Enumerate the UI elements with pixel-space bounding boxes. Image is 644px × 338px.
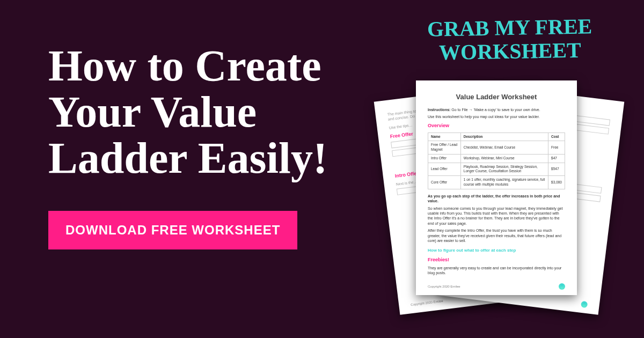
table-row: Intro Offer Workshop, Webinar, Mini Cour… xyxy=(428,154,565,163)
download-button[interactable]: DOWNLOAD FREE WORKSHEET xyxy=(48,211,297,249)
worksheet-stack: The main thing to remember about freebie… xyxy=(386,80,612,333)
overview-heading: Overview xyxy=(428,122,565,129)
section-heading: How to figure out what to offer at each … xyxy=(428,248,565,254)
handwritten-callout: GRAB MY FREE WORKSHEET xyxy=(413,14,606,65)
worksheet-title: Value Ladder Worksheet xyxy=(428,92,565,102)
table-row: Lead Offer Playbook, Roadmap Session, St… xyxy=(428,163,565,176)
page-headline: How to Create Your Value Ladder Easily! xyxy=(48,43,381,181)
freebies-heading: Freebies! xyxy=(428,256,565,263)
overview-table: Name Description Cost Free Offer / Lead … xyxy=(428,133,565,189)
table-row: Free Offer / Lead Magnet Checklist, Webi… xyxy=(428,141,565,155)
logo-icon xyxy=(581,301,588,308)
worksheet-page-front: Value Ladder Worksheet Instructions: Go … xyxy=(416,80,577,295)
table-row: Core Offer 1 on 1 offer, monthly coachin… xyxy=(428,176,565,189)
copyright: Copyright 2020 Emilee xyxy=(428,284,460,289)
logo-icon xyxy=(559,283,565,290)
